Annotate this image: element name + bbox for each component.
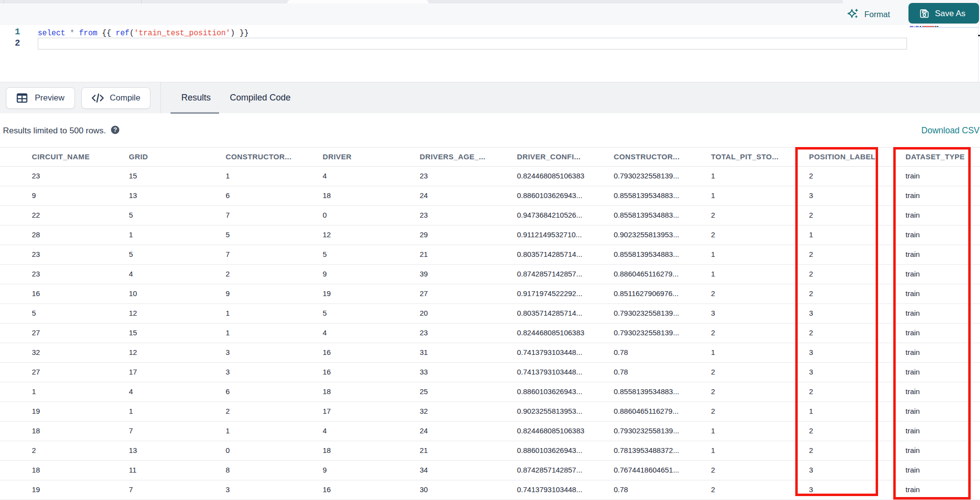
- svg-text:?: ?: [113, 126, 117, 133]
